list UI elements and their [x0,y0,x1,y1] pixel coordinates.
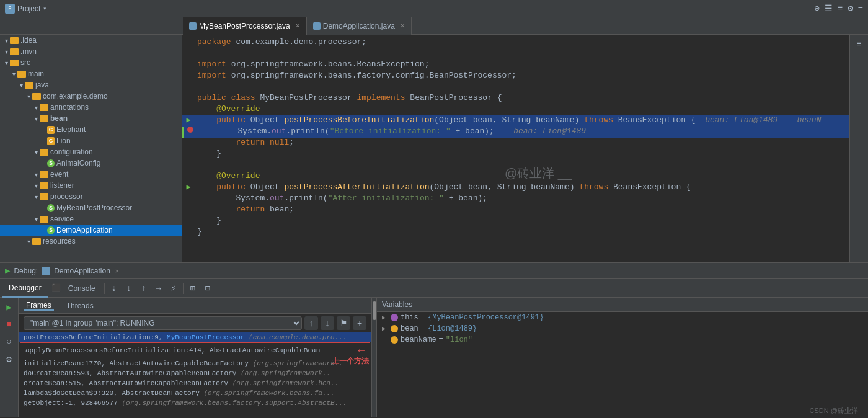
debug-run-icon[interactable]: ▶ [5,265,10,276]
var-item-bean[interactable]: ▶ bean = {Lion@1489} [377,323,868,334]
tree-arrow: ▾ [32,104,40,111]
java-icon-2 [313,22,321,30]
code-line-method1-sig: ▶ public Object postProcessBeforeInitial… [182,115,849,127]
breakpoint-icon[interactable] [187,127,193,133]
collapse-icon[interactable]: ≡ [838,3,843,14]
project-label: Project [17,4,40,13]
globe-icon[interactable]: ⊕ [814,3,819,14]
tree-item-demoapplication[interactable]: S DemoApplication [0,225,182,236]
memory-btn[interactable]: ⊞ [186,282,200,295]
frame-text: applyBeanProcessorsBeforeInitialization:… [25,347,355,354]
structure-icon[interactable]: ≡ [852,37,866,51]
code-line-empty2 [182,82,849,93]
tree-item-com-example-demo[interactable]: ▾ com.example.demo [0,91,182,102]
code-line-close2: } [182,216,849,227]
variables-header: Variables [377,298,868,312]
thread-dropdown[interactable]: "main"@1 in group "main": RUNNING [24,316,302,330]
settings-icon[interactable]: ⚙ [848,3,852,14]
var-expand-icon[interactable]: ▶ [382,314,391,321]
line-code: System.out.println("After initialization… [195,193,844,203]
tree-item-listener[interactable]: ▾ listener [0,180,182,191]
var-type-icon [391,336,398,344]
step-into-btn[interactable]: ↓ [122,282,136,295]
tree-item-src[interactable]: ▾ src [0,57,182,68]
tree-item-animalconfig[interactable]: S AnimalConfig [0,158,182,169]
tree-item-resources[interactable]: ▾ resources [0,236,182,247]
tree-item-event[interactable]: ▾ event [0,169,182,180]
thread-step-down-btn[interactable]: ↓ [321,316,334,330]
tree-item-service[interactable]: ▾ service [0,213,182,225]
frame-item-0[interactable]: postProcessBeforeInitialization:9, MyBea… [19,332,371,342]
bottom-debug-area: ▶ Debug: DemoApplication ✕ Debugger ⬛ Co… [0,262,868,417]
line-code: public class MyBeanPostProcessor impleme… [195,93,844,102]
step-out-btn[interactable]: ↑ [137,282,151,295]
tab-console[interactable]: Console [62,279,102,298]
var-item-beanname[interactable]: beanName = "lion" [377,334,868,345]
folder-icon [40,115,48,122]
tree-label: Elephant [56,125,86,134]
tree-item-configuration[interactable]: ▾ configuration [0,146,182,158]
debug-app-icon [42,267,50,275]
frame-item-3[interactable]: doCreateBean:593, AbstractAutowireCapabl… [19,368,371,378]
spring-icon: S [47,204,55,212]
tree-item-main[interactable]: ▾ main [0,68,182,79]
evaluate-btn[interactable]: ⚡ [167,282,180,295]
code-line-override1: @Override [182,104,849,115]
code-line-return1: return null; [182,138,849,149]
bottom-watermark: CSDN @砖业洋_ [809,406,862,416]
folder-icon [10,60,19,66]
debug-close-icon[interactable]: ✕ [115,267,119,275]
code-line-import1: import org.springframework.beans.BeansEx… [182,60,849,71]
tab-close-demoapplication[interactable]: ✕ [400,22,405,29]
var-item-this[interactable]: ▶ this = {MyBeanPostProcessor@1491} [377,312,868,323]
run-to-cursor-btn[interactable]: → [152,282,166,295]
tree-item-lion[interactable]: C Lion [0,135,182,146]
folder-icon [40,182,48,189]
tree-item-mvn[interactable]: ▾ .mvn [0,46,182,57]
debug-left-icons: ▶ ■ ○ ⚙ [0,298,19,417]
tab-close-mybeanpostprocessor[interactable]: ✕ [295,22,300,29]
scroll-thumb[interactable] [373,301,376,320]
tree-item-java[interactable]: ▾ java [0,79,182,91]
stop-btn[interactable]: ■ [2,318,16,331]
frame-item-4[interactable]: createBean:515, AbstractAutowireCapableB… [19,378,371,388]
step-over-btn[interactable]: ⇣ [107,282,121,295]
frame-item-2[interactable]: initializeBean:1770, AbstractAutowireCap… [19,358,371,368]
project-dropdown-icon[interactable]: ▾ [43,5,46,12]
minimize-icon[interactable]: − [858,3,863,14]
frame-item-5[interactable]: lambda$doGetBean$0:320, AbstractBeanFact… [19,388,371,398]
settings-btn[interactable]: ⊟ [201,282,215,295]
tree-label: annotations [50,103,89,112]
tab-mybeanpostprocessor[interactable]: MyBeanPostProcessor.java ✕ [183,17,307,35]
tree-item-annotations[interactable]: ▾ annotations [0,102,182,113]
line-code: import org.springframework.beans.BeansEx… [195,60,844,69]
tree-item-mybeanpostprocessor[interactable]: S MyBeanPostProcessor [0,202,182,213]
tab-demoapplication[interactable]: DemoApplication.java ✕ [307,17,412,35]
folder-icon [40,104,48,111]
mute-btn[interactable]: ○ [2,335,16,349]
line-code: public Object postProcessBeforeInitializ… [195,115,844,125]
var-value: "lion" [446,336,472,344]
frame-item-1[interactable]: applyBeanProcessorsBeforeInitialization:… [20,342,370,358]
thread-filter-btn[interactable]: ⚑ [337,316,350,330]
folder-icon [25,82,33,89]
tab-threads[interactable]: Threads [64,301,96,310]
list-icon[interactable]: ☰ [825,3,833,14]
tab-frames[interactable]: Frames [24,301,54,311]
project-nav: P Project ▾ [5,4,46,14]
tree-arrow: ▾ [25,238,32,245]
tab-debugger[interactable]: Debugger [2,279,48,298]
tree-item-bean[interactable]: ▾ bean [0,113,182,124]
var-expand-icon[interactable]: ▶ [382,325,391,332]
tree-item-processor[interactable]: ▾ processor [0,191,182,202]
thread-step-up-btn[interactable]: ↑ [304,316,318,330]
thread-add-btn[interactable]: + [353,316,366,330]
main-layout: ▾ .idea ▾ .mvn ▾ src ▾ main ▾ java [0,35,868,262]
frame-item-6[interactable]: getObject:-1, 928466577 (org.springframe… [19,398,371,408]
tree-arrow: ▾ [2,60,10,66]
tree-item-idea[interactable]: ▾ .idea [0,35,182,46]
debug-settings-btn[interactable]: ⚙ [2,352,16,366]
tree-item-elephant[interactable]: C Elephant [0,124,182,135]
debug-marker: ▶ [182,115,195,125]
resume-btn[interactable]: ▶ [2,300,16,314]
